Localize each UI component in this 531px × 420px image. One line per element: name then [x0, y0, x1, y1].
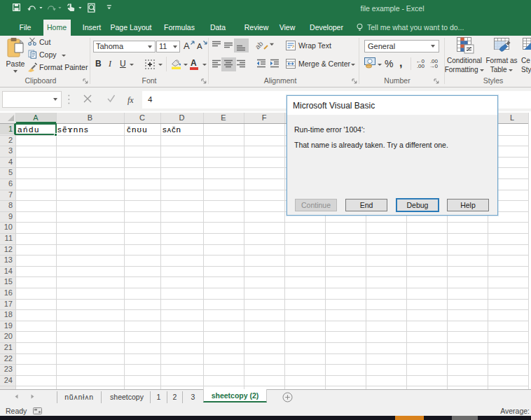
svg-text:ab: ab — [254, 40, 265, 50]
svg-text:fx: fx — [127, 95, 134, 105]
